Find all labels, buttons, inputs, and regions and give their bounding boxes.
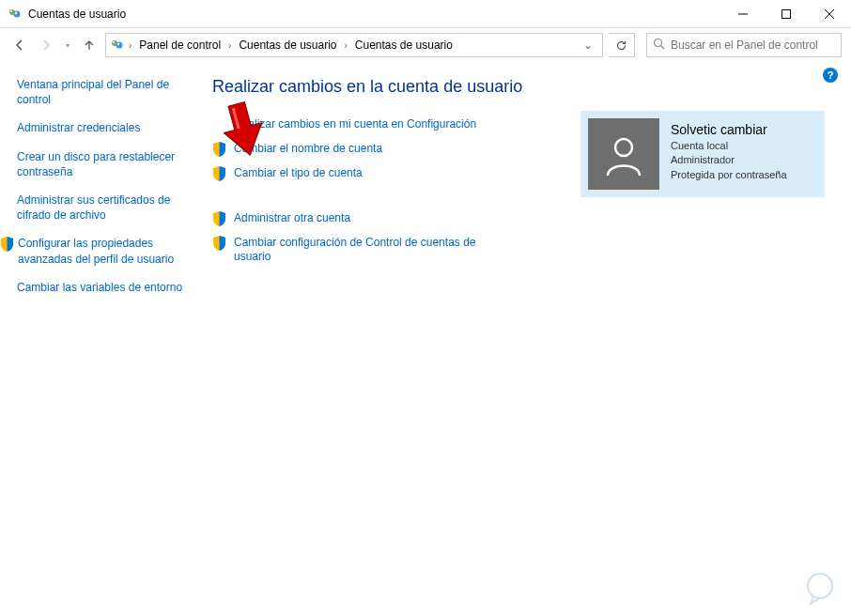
forward-button[interactable] (36, 35, 56, 55)
sidebar-item-advanced-profile[interactable]: Configurar las propiedades avanzadas del… (17, 236, 192, 279)
navbar: ▾ › Panel de control › Cuentas de usuari… (0, 28, 851, 62)
action-link-label[interactable]: Cambiar el nombre de cuenta (234, 142, 382, 157)
main: Realizar cambios en la cuenta de usuario… (197, 62, 851, 308)
sidebar-item-manage-credentials[interactable]: Administrar credenciales (17, 120, 192, 135)
svg-point-9 (116, 42, 123, 49)
search-icon (653, 38, 665, 53)
shield-icon (212, 166, 226, 181)
user-name: Solvetic cambiar (671, 122, 787, 137)
user-card: Solvetic cambiar Cuenta local Administra… (580, 111, 825, 197)
avatar (588, 118, 659, 190)
shield-icon (212, 211, 226, 226)
svg-point-11 (117, 43, 119, 45)
window-title: Cuentas de usuario (28, 8, 126, 21)
chevron-icon[interactable]: › (343, 40, 349, 51)
shield-icon (212, 236, 226, 251)
address-icon (110, 38, 125, 53)
shield-icon (212, 142, 226, 157)
sidebar-item-manage-certificates[interactable]: Administrar sus certificados de cifrado … (17, 192, 192, 223)
action-link-label[interactable]: Administrar otra cuenta (234, 211, 350, 226)
user-info: Solvetic cambiar Cuenta local Administra… (671, 118, 787, 190)
action-manage-other-account[interactable]: Administrar otra cuenta (212, 211, 834, 226)
back-button[interactable] (9, 35, 30, 55)
refresh-button[interactable] (609, 33, 635, 57)
address-bar[interactable]: › Panel de control › Cuentas de usuario … (105, 33, 603, 57)
up-button[interactable] (79, 35, 100, 55)
sidebar-item-environment-variables[interactable]: Cambiar las variables de entorno (17, 280, 192, 295)
breadcrumb-item[interactable]: Panel de control (135, 38, 224, 52)
action-link-label[interactable]: Cambiar el tipo de cuenta (234, 166, 363, 181)
svg-line-13 (661, 46, 665, 50)
search-box[interactable] (646, 33, 842, 57)
svg-point-3 (15, 11, 17, 13)
page-header: Realizar cambios en la cuenta de usuario (212, 77, 834, 97)
window-buttons (721, 0, 851, 28)
content: ? Ventana principal del Panel de control… (0, 62, 851, 308)
minimize-button[interactable] (721, 0, 765, 28)
close-button[interactable] (808, 0, 851, 28)
search-input[interactable] (671, 38, 835, 52)
svg-point-12 (655, 39, 662, 47)
chat-bubble-icon (802, 570, 838, 608)
recent-dropdown[interactable]: ▾ (62, 41, 73, 50)
titlebar-left: Cuentas de usuario (8, 7, 126, 22)
sidebar: Ventana principal del Panel de control A… (0, 62, 197, 308)
svg-point-15 (808, 574, 832, 598)
action-link-label[interactable]: Cambiar configuración de Control de cuen… (234, 236, 478, 265)
svg-point-2 (10, 10, 12, 12)
breadcrumb-item[interactable]: Cuentas de usuario (235, 38, 340, 52)
svg-point-14 (615, 139, 632, 156)
user-role: Administrador (671, 153, 787, 167)
titlebar: Cuentas de usuario (0, 0, 851, 28)
svg-rect-5 (782, 9, 791, 18)
chevron-icon[interactable]: › (127, 40, 133, 51)
action-link-label[interactable]: Realizar cambios en mi cuenta en Configu… (234, 117, 476, 132)
user-password-status: Protegida por contraseña (671, 168, 787, 182)
user-accounts-icon (8, 7, 23, 22)
action-uac-settings[interactable]: Cambiar configuración de Control de cuen… (212, 236, 834, 265)
user-account-type: Cuenta local (671, 139, 787, 153)
breadcrumb-item[interactable]: Cuentas de usuario (351, 38, 456, 52)
chevron-icon[interactable]: › (226, 40, 233, 51)
shield-icon (0, 237, 14, 252)
address-dropdown-icon[interactable]: ⌄ (578, 38, 598, 52)
svg-point-1 (14, 10, 21, 17)
sidebar-item-label[interactable]: Configurar las propiedades avanzadas del… (18, 236, 192, 266)
svg-point-10 (113, 41, 115, 43)
sidebar-item-control-panel-home[interactable]: Ventana principal del Panel de control (17, 77, 192, 107)
sidebar-item-password-reset-disk[interactable]: Crear un disco para restablecer contrase… (17, 149, 192, 179)
maximize-button[interactable] (765, 0, 808, 28)
